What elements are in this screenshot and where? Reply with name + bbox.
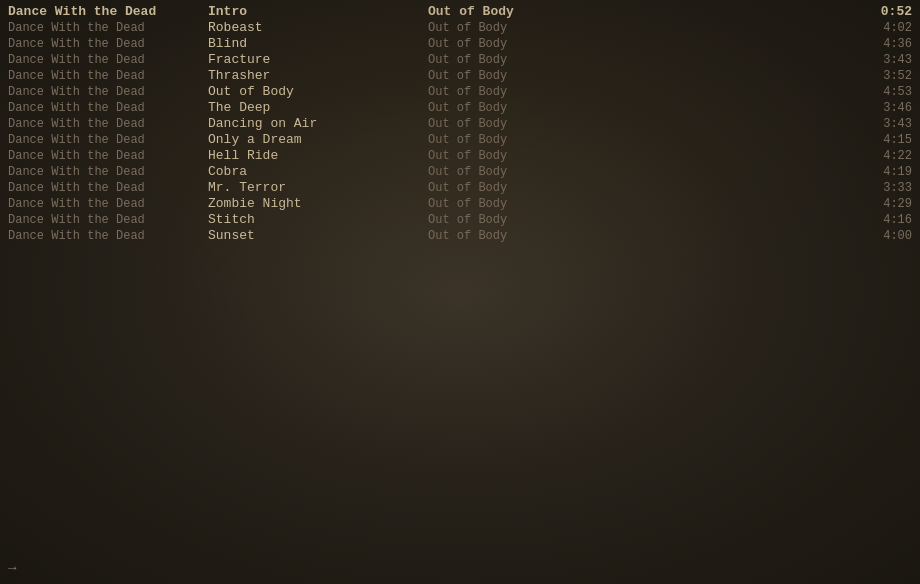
track-artist: Dance With the Dead bbox=[8, 68, 208, 84]
track-artist: Dance With the Dead bbox=[8, 228, 208, 244]
track-title: Out of Body bbox=[208, 84, 428, 100]
track-album: Out of Body bbox=[428, 100, 852, 116]
track-duration: 4:36 bbox=[852, 36, 912, 52]
header-album: Out of Body bbox=[428, 4, 852, 20]
track-title: Zombie Night bbox=[208, 196, 428, 212]
track-duration: 4:19 bbox=[852, 164, 912, 180]
track-album: Out of Body bbox=[428, 180, 852, 196]
track-artist: Dance With the Dead bbox=[8, 84, 208, 100]
track-artist: Dance With the Dead bbox=[8, 116, 208, 132]
track-row[interactable]: Dance With the Dead Robeast Out of Body … bbox=[0, 20, 920, 36]
track-title: Blind bbox=[208, 36, 428, 52]
track-album: Out of Body bbox=[428, 20, 852, 36]
track-duration: 3:33 bbox=[852, 180, 912, 196]
track-row[interactable]: Dance With the Dead Blind Out of Body 4:… bbox=[0, 36, 920, 52]
track-duration: 3:46 bbox=[852, 100, 912, 116]
track-list-header: Dance With the Dead Intro Out of Body 0:… bbox=[0, 4, 920, 20]
track-album: Out of Body bbox=[428, 36, 852, 52]
track-album: Out of Body bbox=[428, 52, 852, 68]
track-duration: 4:15 bbox=[852, 132, 912, 148]
track-artist: Dance With the Dead bbox=[8, 164, 208, 180]
track-title: Only a Dream bbox=[208, 132, 428, 148]
track-artist: Dance With the Dead bbox=[8, 148, 208, 164]
header-artist: Dance With the Dead bbox=[8, 4, 208, 20]
track-artist: Dance With the Dead bbox=[8, 20, 208, 36]
track-row[interactable]: Dance With the Dead Out of Body Out of B… bbox=[0, 84, 920, 100]
track-duration: 3:43 bbox=[852, 116, 912, 132]
track-album: Out of Body bbox=[428, 196, 852, 212]
track-title: Thrasher bbox=[208, 68, 428, 84]
track-title: Hell Ride bbox=[208, 148, 428, 164]
track-album: Out of Body bbox=[428, 164, 852, 180]
track-row[interactable]: Dance With the Dead Only a Dream Out of … bbox=[0, 132, 920, 148]
track-artist: Dance With the Dead bbox=[8, 100, 208, 116]
track-album: Out of Body bbox=[428, 68, 852, 84]
track-artist: Dance With the Dead bbox=[8, 196, 208, 212]
track-row[interactable]: Dance With the Dead Cobra Out of Body 4:… bbox=[0, 164, 920, 180]
track-title: Cobra bbox=[208, 164, 428, 180]
track-album: Out of Body bbox=[428, 132, 852, 148]
header-duration: 0:52 bbox=[852, 4, 912, 20]
track-artist: Dance With the Dead bbox=[8, 52, 208, 68]
track-title: Robeast bbox=[208, 20, 428, 36]
track-duration: 4:22 bbox=[852, 148, 912, 164]
track-artist: Dance With the Dead bbox=[8, 36, 208, 52]
track-row[interactable]: Dance With the Dead Sunset Out of Body 4… bbox=[0, 228, 920, 244]
track-row[interactable]: Dance With the Dead Fracture Out of Body… bbox=[0, 52, 920, 68]
track-title: The Deep bbox=[208, 100, 428, 116]
track-duration: 3:43 bbox=[852, 52, 912, 68]
track-title: Sunset bbox=[208, 228, 428, 244]
track-artist: Dance With the Dead bbox=[8, 212, 208, 228]
track-row[interactable]: Dance With the Dead Dancing on Air Out o… bbox=[0, 116, 920, 132]
track-row[interactable]: Dance With the Dead Hell Ride Out of Bod… bbox=[0, 148, 920, 164]
track-list: Dance With the Dead Intro Out of Body 0:… bbox=[0, 0, 920, 248]
track-duration: 4:29 bbox=[852, 196, 912, 212]
track-title: Dancing on Air bbox=[208, 116, 428, 132]
track-duration: 4:53 bbox=[852, 84, 912, 100]
track-artist: Dance With the Dead bbox=[8, 132, 208, 148]
header-title: Intro bbox=[208, 4, 428, 20]
track-title: Stitch bbox=[208, 212, 428, 228]
track-duration: 4:02 bbox=[852, 20, 912, 36]
track-title: Fracture bbox=[208, 52, 428, 68]
track-artist: Dance With the Dead bbox=[8, 180, 208, 196]
track-row[interactable]: Dance With the Dead Zombie Night Out of … bbox=[0, 196, 920, 212]
track-album: Out of Body bbox=[428, 116, 852, 132]
track-album: Out of Body bbox=[428, 228, 852, 244]
track-row[interactable]: Dance With the Dead The Deep Out of Body… bbox=[0, 100, 920, 116]
track-album: Out of Body bbox=[428, 212, 852, 228]
track-album: Out of Body bbox=[428, 148, 852, 164]
arrow-indicator: → bbox=[8, 560, 16, 576]
track-duration: 4:16 bbox=[852, 212, 912, 228]
track-duration: 3:52 bbox=[852, 68, 912, 84]
track-title: Mr. Terror bbox=[208, 180, 428, 196]
track-row[interactable]: Dance With the Dead Thrasher Out of Body… bbox=[0, 68, 920, 84]
track-duration: 4:00 bbox=[852, 228, 912, 244]
track-album: Out of Body bbox=[428, 84, 852, 100]
track-row[interactable]: Dance With the Dead Stitch Out of Body 4… bbox=[0, 212, 920, 228]
track-row[interactable]: Dance With the Dead Mr. Terror Out of Bo… bbox=[0, 180, 920, 196]
